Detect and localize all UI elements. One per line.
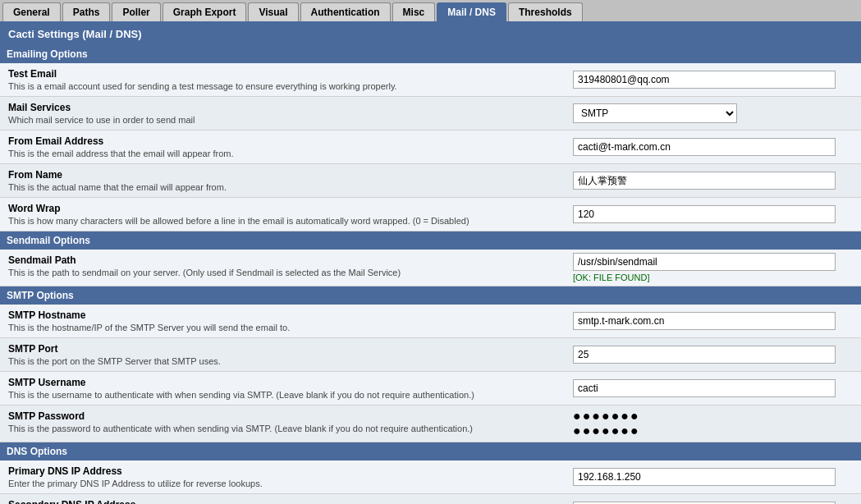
label-cell-word-wrap: Word WrapThis is how many characters wil…: [0, 198, 566, 231]
text-input-primary-dns-ip-address[interactable]: [573, 468, 836, 486]
table-row: From NameThis is the actual name that th…: [0, 164, 861, 198]
tab-misc[interactable]: Misc: [392, 2, 436, 21]
label-cell-smtp-port: SMTP PortThis is the port on the SMTP Se…: [0, 338, 566, 372]
value-cell-from-name: [566, 164, 861, 198]
tab-paths[interactable]: Paths: [62, 2, 111, 21]
text-input-smtp-hostname[interactable]: [573, 312, 836, 330]
section-header-smtp-options: SMTP Options: [0, 286, 861, 305]
field-name: Sendmail Path: [8, 254, 558, 266]
settings-table-sendmail-options: Sendmail PathThis is the path to sendmai…: [0, 250, 861, 286]
table-row: Secondary DNS IP AddressEnter the second…: [0, 494, 861, 505]
table-row: Sendmail PathThis is the path to sendmai…: [0, 250, 861, 286]
field-name: From Email Address: [8, 135, 558, 147]
field-desc: This is how many characters will be allo…: [8, 216, 558, 226]
label-cell-sendmail-path: Sendmail PathThis is the path to sendmai…: [0, 250, 566, 286]
page-title: Cacti Settings (Mail / DNS): [0, 23, 861, 45]
field-desc: This is the path to sendmail on your ser…: [8, 268, 558, 277]
field-name: SMTP Hostname: [8, 309, 558, 321]
select-mail-services[interactable]: SMTPSendmail: [573, 103, 737, 123]
tab-graph-export[interactable]: Graph Export: [163, 2, 247, 21]
tab-authentication[interactable]: Authentication: [300, 2, 391, 21]
label-cell-from-email-address: From Email AddressThis is the email addr…: [0, 131, 566, 164]
table-row: SMTP UsernameThis is the username to aut…: [0, 372, 861, 405]
tab-visual[interactable]: Visual: [248, 2, 298, 21]
label-cell-smtp-username: SMTP UsernameThis is the username to aut…: [0, 372, 566, 405]
settings-table-emailing-options: Test EmailThis is a email account used f…: [0, 63, 861, 231]
value-cell-smtp-username: [566, 372, 861, 405]
value-cell-smtp-hostname: [566, 305, 861, 338]
tab-poller[interactable]: Poller: [112, 2, 160, 21]
text-input-smtp-username[interactable]: [573, 379, 836, 397]
field-name: Secondary DNS IP Address: [8, 499, 558, 504]
field-desc: This is the hostname/IP of the SMTP Serv…: [8, 323, 558, 332]
field-desc: This is the email address that the email…: [8, 149, 558, 158]
settings-content: Emailing OptionsTest EmailThis is a emai…: [0, 45, 861, 504]
value-cell-sendmail-path: [OK: FILE FOUND]: [566, 250, 861, 286]
value-cell-smtp-port: [566, 338, 861, 372]
label-cell-primary-dns-ip-address: Primary DNS IP AddressEnter the primary …: [0, 460, 566, 494]
tab-general[interactable]: General: [2, 2, 61, 21]
field-desc: This is the actual name that the email w…: [8, 182, 558, 192]
value-cell-from-email-address: [566, 131, 861, 164]
field-name: From Name: [8, 169, 558, 181]
field-desc: Which mail service to use in order to se…: [8, 115, 558, 125]
section-header-emailing-options: Emailing Options: [0, 45, 861, 63]
field-name: SMTP Password: [8, 410, 558, 422]
table-row: Mail ServicesWhich mail service to use i…: [0, 97, 861, 131]
field-name: Primary DNS IP Address: [8, 465, 558, 477]
text-input-test-email[interactable]: [573, 71, 836, 89]
table-row: SMTP PortThis is the port on the SMTP Se…: [0, 338, 861, 372]
ok-status: [OK: FILE FOUND]: [573, 273, 854, 282]
table-row: SMTP HostnameThis is the hostname/IP of …: [0, 305, 861, 338]
field-name: Word Wrap: [8, 203, 558, 214]
table-row: Primary DNS IP AddressEnter the primary …: [0, 460, 861, 494]
password-confirm-dots: ●●●●●●●: [573, 424, 854, 438]
table-row: SMTP PasswordThis is the password to aut…: [0, 405, 861, 442]
field-desc: Enter the primary DNS IP Address to util…: [8, 479, 558, 488]
tab-mail---dns[interactable]: Mail / DNS: [437, 2, 506, 21]
field-desc: This is the username to authenticate wit…: [8, 390, 558, 400]
value-cell-word-wrap: [566, 198, 861, 231]
text-input-smtp-port[interactable]: [573, 346, 836, 364]
password-dots: ●●●●●●●: [573, 409, 854, 424]
value-cell-test-email: [566, 63, 861, 97]
table-row: From Email AddressThis is the email addr…: [0, 131, 861, 164]
table-row: Word WrapThis is how many characters wil…: [0, 198, 861, 231]
value-cell-primary-dns-ip-address: [566, 460, 861, 494]
text-input-sendmail-path[interactable]: [573, 253, 836, 271]
text-input-from-email-address[interactable]: [573, 138, 836, 156]
label-cell-mail-services: Mail ServicesWhich mail service to use i…: [0, 97, 566, 131]
value-cell-smtp-password: ●●●●●●●●●●●●●●: [566, 405, 861, 442]
field-desc: This is the port on the SMTP Server that…: [8, 356, 558, 366]
label-cell-smtp-hostname: SMTP HostnameThis is the hostname/IP of …: [0, 305, 566, 338]
text-input-word-wrap[interactable]: [573, 205, 836, 223]
settings-table-dns-options: Primary DNS IP AddressEnter the primary …: [0, 460, 861, 504]
field-name: Mail Services: [8, 102, 558, 113]
label-cell-secondary-dns-ip-address: Secondary DNS IP AddressEnter the second…: [0, 494, 566, 505]
table-row: Test EmailThis is a email account used f…: [0, 63, 861, 97]
label-cell-from-name: From NameThis is the actual name that th…: [0, 164, 566, 198]
value-cell-secondary-dns-ip-address: [566, 494, 861, 505]
text-input-from-name[interactable]: [573, 172, 836, 190]
field-desc: This is a email account used for sending…: [8, 81, 558, 91]
field-name: Test Email: [8, 68, 558, 80]
settings-table-smtp-options: SMTP HostnameThis is the hostname/IP of …: [0, 305, 861, 442]
section-header-sendmail-options: Sendmail Options: [0, 231, 861, 250]
field-name: SMTP Port: [8, 343, 558, 355]
tab-thresholds[interactable]: Thresholds: [508, 2, 583, 21]
field-name: SMTP Username: [8, 377, 558, 388]
value-cell-mail-services: SMTPSendmail: [566, 97, 861, 131]
label-cell-smtp-password: SMTP PasswordThis is the password to aut…: [0, 405, 566, 442]
section-header-dns-options: DNS Options: [0, 442, 861, 460]
field-desc: This is the password to authenticate wit…: [8, 424, 558, 433]
tabs-bar: GeneralPathsPollerGraph ExportVisualAuth…: [0, 0, 861, 23]
label-cell-test-email: Test EmailThis is a email account used f…: [0, 63, 566, 97]
